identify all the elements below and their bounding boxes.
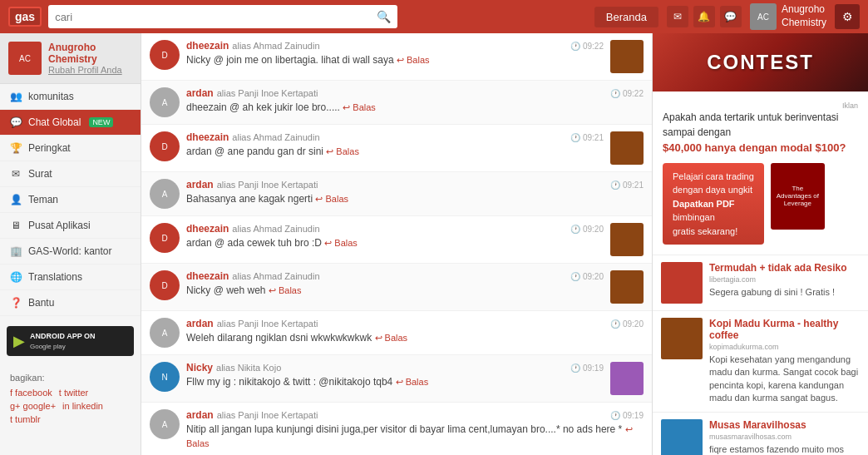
sidebar-item-teman[interactable]: 👤 Teman [0, 187, 141, 213]
message-username[interactable]: dheezain [186, 131, 229, 143]
sidebar-item-surat[interactable]: ✉ Surat [0, 161, 141, 187]
message-header: dheezain alias Ahmad Zainudin 🕐 09:20 [186, 270, 604, 282]
related-item[interactable]: Musas Maravilhosas musasmaravilhosas.com… [653, 413, 868, 455]
reply-button[interactable]: ↩ Balas [324, 238, 358, 248]
sidebar-item-gas-world[interactable]: 🏢 GAS-World: kantor [0, 239, 141, 265]
reply-button[interactable]: ↩ Balas [186, 424, 633, 448]
nav-icons: ✉ 🔔 💬 [667, 6, 742, 27]
twitter-link[interactable]: t twitter [59, 388, 88, 398]
gas-world-icon: 🏢 [10, 245, 22, 257]
message-content: Nicky @ weh weh ↩ Balas [186, 284, 604, 298]
surat-icon: ✉ [10, 168, 22, 180]
nav-left: gas 🔍 [8, 5, 397, 28]
message-header: ardan alias Panji Inoe Kertapati 🕐 09:20 [186, 318, 644, 329]
reply-button[interactable]: ↩ Balas [269, 285, 302, 295]
message-time: 🕐 09:19 [570, 364, 604, 373]
reply-button[interactable]: ↩ Balas [375, 333, 408, 343]
reply-button[interactable]: ↩ Balas [315, 194, 348, 204]
reply-button[interactable]: ↩ Balas [343, 102, 376, 112]
gas-logo[interactable]: gas [8, 7, 42, 27]
sidebar-item-komunitas[interactable]: 👥 komunitas [0, 84, 141, 110]
message-body: ardan alias Panji Inoe Kertapati 🕐 09:22… [186, 87, 644, 115]
message-time: 🕐 09:20 [570, 225, 604, 234]
android-banner[interactable]: ▶ ANDROID APP ON Google play [7, 326, 134, 356]
message-content: Nitip all jangan lupa kunjungi disini ju… [186, 423, 644, 451]
related-title: Termudah + tidak ada Resiko [709, 262, 847, 274]
related-source: kopimadukurma.com [709, 343, 860, 351]
message-alias: alias Panji Inoe Kertapati [217, 180, 318, 190]
social-row-2: g+ google+ in linkedin [10, 401, 131, 411]
linkedin-link[interactable]: in linkedin [62, 401, 103, 411]
sidebar-item-label: komunitas [28, 91, 74, 102]
message-username[interactable]: dheezain [186, 270, 229, 282]
related-source: libertagia.com [709, 275, 847, 284]
related-item[interactable]: Termudah + tidak ada Resiko libertagia.c… [653, 255, 868, 311]
nav-icon-mail[interactable]: ✉ [667, 6, 688, 27]
message-username[interactable]: Nicky [186, 362, 213, 373]
android-text: ANDROID APP ON Google play [30, 331, 96, 351]
message-body: ardan alias Panji Inoe Kertapati 🕐 09:20… [186, 318, 644, 345]
message-avatar: D [150, 40, 180, 70]
nav-icon-bell[interactable]: 🔔 [693, 6, 715, 27]
peringkat-icon: 🏆 [10, 142, 22, 154]
message-username[interactable]: dheezain [186, 223, 229, 235]
sidebar-item-chat-global[interactable]: 💬 Chat Global NEW [0, 110, 141, 136]
chat-message: A ardan alias Panji Inoe Kertapati 🕐 09:… [141, 311, 652, 355]
message-username[interactable]: ardan [186, 87, 214, 99]
chat-message: A ardan alias Panji Inoe Kertapati 🕐 09:… [141, 81, 652, 125]
message-content: Bahasanya ane kagak ngerti ↩ Balas [186, 192, 644, 206]
message-avatar: A [150, 409, 180, 439]
sidebar-item-label: Teman [28, 194, 58, 205]
gear-button[interactable]: ⚙ [835, 4, 860, 29]
message-time: 🕐 09:22 [610, 89, 644, 98]
facebook-link[interactable]: f facebook [10, 388, 52, 398]
chat-content-area[interactable]: D dheezain alias Ahmad Zainudin 🕐 09:22 … [141, 33, 652, 455]
related-item[interactable]: Kopi Madu Kurma - healthy coffee kopimad… [653, 311, 868, 413]
reply-button[interactable]: ↩ Balas [396, 377, 429, 387]
reply-button[interactable]: ↩ Balas [326, 146, 359, 156]
message-content: Fllw my ig : nikitakojo & twitt : @nikit… [186, 375, 604, 389]
reply-button[interactable]: ↩ Balas [397, 55, 430, 65]
message-time: 🕐 09:19 [610, 411, 644, 420]
chat-message: A ardan alias Panji Inoe Kertapati 🕐 09:… [141, 403, 652, 455]
profile-avatar: AC [8, 42, 42, 75]
sidebar-item-label: Chat Global [28, 116, 81, 128]
nav-icon-chat[interactable]: 💬 [720, 6, 742, 27]
message-username[interactable]: ardan [186, 409, 214, 421]
edit-profile-link[interactable]: Rubah Profil Anda [48, 65, 132, 75]
message-avatar: N [150, 362, 180, 392]
message-time: 🕐 09:22 [570, 42, 604, 51]
google-plus-link[interactable]: g+ google+ [10, 401, 56, 411]
sidebar-item-peringkat[interactable]: 🏆 Peringkat [0, 136, 141, 161]
new-badge: NEW [89, 117, 113, 127]
sidebar-item-pusat-aplikasi[interactable]: 🖥 Pusat Aplikasi [0, 213, 141, 239]
ad-intro-text: Apakah anda tertarik untuk berinventasi … [663, 110, 858, 156]
sidebar-item-translations[interactable]: 🌐 Translations [0, 265, 141, 290]
message-username[interactable]: ardan [186, 179, 214, 190]
related-body: Termudah + tidak ada Resiko libertagia.c… [709, 262, 847, 304]
message-content: ardan @ ada cewek tuh bro :D ↩ Balas [186, 236, 604, 250]
message-header: dheezain alias Ahmad Zainudin 🕐 09:21 [186, 131, 604, 143]
message-time: 🕐 09:21 [610, 181, 644, 190]
message-header: dheezain alias Ahmad Zainudin 🕐 09:20 [186, 223, 604, 235]
message-alias: alias Nikita Kojo [216, 363, 281, 373]
ad-book-cover: The Advantages of Leverage [771, 163, 825, 230]
user-area[interactable]: AC Anugroho Chemistry [750, 3, 826, 30]
message-username[interactable]: dheezain [186, 40, 229, 52]
contest-banner: CONTEST [653, 33, 868, 91]
search-icon[interactable]: 🔍 [377, 10, 391, 23]
message-thumbnail [610, 223, 644, 256]
message-header: ardan alias Panji Inoe Kertapati 🕐 09:22 [186, 87, 644, 99]
komunitas-icon: 👥 [10, 91, 22, 102]
message-thumbnail [610, 131, 644, 165]
right-sidebar: CONTEST Iklan Apakah anda tertarik untuk… [652, 33, 868, 455]
message-body: ardan alias Panji Inoe Kertapati 🕐 09:21… [186, 179, 644, 206]
ad-cta-button[interactable]: Pelajari cara trading dengan daya ungkit… [663, 163, 764, 245]
tumblr-link[interactable]: t tumblr [10, 414, 41, 424]
sidebar-item-bantu[interactable]: ❓ Bantu [0, 290, 141, 316]
message-username[interactable]: ardan [186, 318, 214, 329]
chat-message: D dheezain alias Ahmad Zainudin 🕐 09:20 … [141, 264, 652, 311]
related-title: Kopi Madu Kurma - healthy coffee [709, 318, 860, 341]
search-input[interactable] [55, 11, 377, 23]
beranda-button[interactable]: Beranda [594, 7, 658, 27]
